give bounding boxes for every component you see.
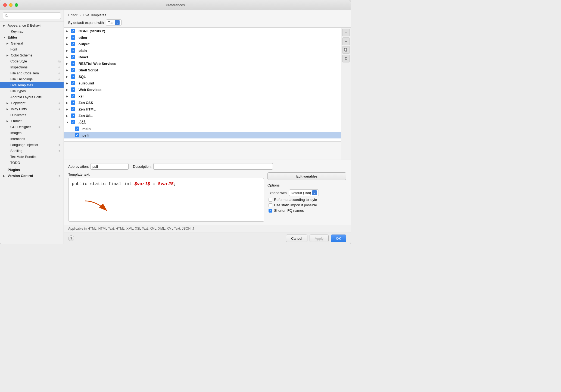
- group-checkbox[interactable]: ✓: [71, 94, 75, 98]
- sidebar-item-label: Editor: [8, 36, 61, 39]
- sidebar-item-live-templates[interactable]: Live Templates: [0, 82, 64, 88]
- sidebar-item-label: Inlay Hints: [11, 107, 57, 111]
- add-button[interactable]: +: [342, 29, 350, 36]
- sidebar-item-inspections[interactable]: Inspections: [0, 64, 64, 70]
- template-group-zen-xsl[interactable]: ▶ ✓ Zen XSL: [64, 112, 341, 119]
- expand-value: Tab: [108, 21, 114, 25]
- template-group-react[interactable]: ▶ ✓ React: [64, 54, 341, 60]
- expand-with-options-dropdown[interactable]: Default (Tab) ⌄: [289, 189, 319, 196]
- sidebar-item-intentions[interactable]: Intentions: [0, 136, 64, 142]
- search-input[interactable]: [3, 12, 61, 19]
- expand-arrow-icon: ▶: [66, 75, 70, 78]
- edit-variables-button[interactable]: Edit variables: [267, 172, 346, 180]
- group-checkbox[interactable]: ✓: [71, 113, 75, 118]
- svg-point-3: [59, 79, 60, 80]
- template-group-zen-html[interactable]: ▶ ✓ Zen HTML: [64, 106, 341, 112]
- template-group-output[interactable]: ▶ ✓ output: [64, 41, 341, 47]
- sidebar-item-textmate[interactable]: TextMate Bundles: [0, 154, 64, 160]
- sidebar-item-duplicates[interactable]: Duplicates: [0, 112, 64, 118]
- gear-icon: [58, 108, 61, 111]
- template-group-shell[interactable]: ▶ ✓ Shell Script: [64, 67, 341, 73]
- maximize-button[interactable]: [15, 3, 18, 7]
- remove-button[interactable]: −: [342, 37, 350, 45]
- group-checkbox[interactable]: ✓: [71, 42, 75, 46]
- sidebar-item-spelling[interactable]: Spelling: [0, 148, 64, 154]
- sidebar-item-file-code-templates[interactable]: File and Code Tem: [0, 70, 64, 76]
- sidebar-item-emmet[interactable]: ▶ Emmet: [0, 118, 64, 124]
- apply-button[interactable]: Apply: [310, 235, 329, 242]
- help-button[interactable]: ?: [68, 235, 74, 241]
- checkbox-unchecked-icon[interactable]: [269, 198, 272, 202]
- expand-arrow-icon: ▶: [66, 30, 70, 33]
- arrow-icon: ▶: [7, 54, 10, 57]
- item-name: main: [82, 127, 91, 131]
- group-checkbox[interactable]: ✓: [71, 107, 75, 111]
- sidebar-item-todo[interactable]: TODO: [0, 160, 64, 166]
- sidebar-item-color-scheme[interactable]: ▶ Color Scheme: [0, 52, 64, 58]
- sidebar-item-copyright[interactable]: ▶ Copyright: [0, 100, 64, 106]
- group-checkbox[interactable]: ✓: [71, 81, 75, 85]
- revert-button[interactable]: [342, 55, 350, 62]
- sidebar-item-file-encodings[interactable]: File Encodings: [0, 76, 64, 82]
- description-input[interactable]: [153, 163, 273, 170]
- checkbox-checked-icon[interactable]: ✓: [269, 209, 272, 213]
- sidebar-item-label: File Encodings: [10, 77, 57, 81]
- sidebar-item-version-control[interactable]: ▶ Version Control: [0, 173, 64, 179]
- group-checkbox[interactable]: ✓: [71, 35, 75, 40]
- sidebar-item-android-layout[interactable]: Android Layout Editc: [0, 94, 64, 100]
- sidebar-item-gui-designer[interactable]: GUI Designer: [0, 124, 64, 130]
- template-group-sql[interactable]: ▶ ✓ SQL: [64, 73, 341, 80]
- template-group-xsl[interactable]: ▶ ✓ xsl: [64, 93, 341, 99]
- sidebar-item-language-injection[interactable]: Language Injectior: [0, 142, 64, 148]
- group-checkbox[interactable]: ✓: [71, 61, 75, 66]
- copy-button[interactable]: [342, 46, 350, 54]
- sidebar-item-font[interactable]: Font: [0, 46, 64, 52]
- template-text-editor[interactable]: public static final int $var1$ = $var2$;: [68, 178, 264, 222]
- checkbox-static-import[interactable]: Use static import if possible: [267, 203, 346, 207]
- template-group-web-services[interactable]: ▶ ✓ Web Services: [64, 86, 341, 93]
- template-group-ognl[interactable]: ▶ ✓ OGNL (Struts 2): [64, 28, 341, 34]
- expand-with-dropdown[interactable]: Tab ⌄: [106, 19, 121, 26]
- item-checkbox[interactable]: ✓: [75, 133, 79, 137]
- expand-arrow-icon: ▶: [66, 88, 70, 91]
- sidebar-item-inlay-hints[interactable]: ▶ Inlay Hints: [0, 106, 64, 112]
- template-group-fangfa[interactable]: ▼ ✓ 方法: [64, 119, 341, 125]
- template-group-zen-css[interactable]: ▶ ✓ Zen CSS: [64, 99, 341, 106]
- group-checkbox[interactable]: ✓: [71, 74, 75, 79]
- ok-button[interactable]: OK: [331, 235, 346, 242]
- sidebar-item-keymap[interactable]: ▶ Keymap: [0, 29, 64, 34]
- sidebar-item-file-types[interactable]: File Types: [0, 88, 64, 94]
- template-group-surround[interactable]: ▶ ✓ surround: [64, 80, 341, 86]
- item-checkbox[interactable]: ✓: [75, 127, 79, 131]
- group-name: Zen CSS: [79, 101, 93, 105]
- group-checkbox[interactable]: ✓: [71, 29, 75, 33]
- checkbox-shorten-fq[interactable]: ✓ Shorten FQ names: [267, 208, 346, 213]
- template-group-other[interactable]: ▶ ✓ other: [64, 34, 341, 41]
- checkbox-unchecked-icon[interactable]: [269, 203, 272, 207]
- sidebar-item-appearance[interactable]: ▶ Appearance & Behavi: [0, 23, 64, 29]
- template-group-plain[interactable]: ▶ ✓ plain: [64, 47, 341, 54]
- sidebar-item-images[interactable]: Images: [0, 130, 64, 136]
- sidebar-item-plugins[interactable]: ▶ Plugins: [0, 167, 64, 173]
- group-checkbox[interactable]: ✓: [71, 68, 75, 72]
- template-text-area: Template text: public static final int $…: [68, 172, 264, 222]
- minimize-button[interactable]: [9, 3, 13, 7]
- cancel-button[interactable]: Cancel: [286, 235, 307, 242]
- group-name: RESTful Web Services: [79, 62, 116, 66]
- group-checkbox[interactable]: ✓: [71, 120, 75, 124]
- group-checkbox[interactable]: ✓: [71, 87, 75, 92]
- sidebar-item-code-style[interactable]: Code Style: [0, 58, 64, 64]
- abbreviation-input[interactable]: [91, 163, 129, 170]
- group-checkbox[interactable]: ✓: [71, 55, 75, 59]
- sidebar-item-general[interactable]: ▶ General: [0, 40, 64, 46]
- template-item-main[interactable]: ✓ main: [64, 125, 341, 132]
- group-checkbox[interactable]: ✓: [71, 48, 75, 53]
- checkbox-reformat[interactable]: Reformat according to style: [267, 198, 346, 202]
- svg-point-2: [59, 73, 60, 74]
- close-button[interactable]: [3, 3, 7, 7]
- group-checkbox[interactable]: ✓: [71, 100, 75, 105]
- template-group-restful[interactable]: ▶ ✓ RESTful Web Services: [64, 60, 341, 67]
- template-item-psfi[interactable]: ✓ psfi: [64, 132, 341, 138]
- breadcrumb-separator: ›: [80, 13, 81, 17]
- sidebar-item-editor[interactable]: ▼ Editor: [0, 34, 64, 40]
